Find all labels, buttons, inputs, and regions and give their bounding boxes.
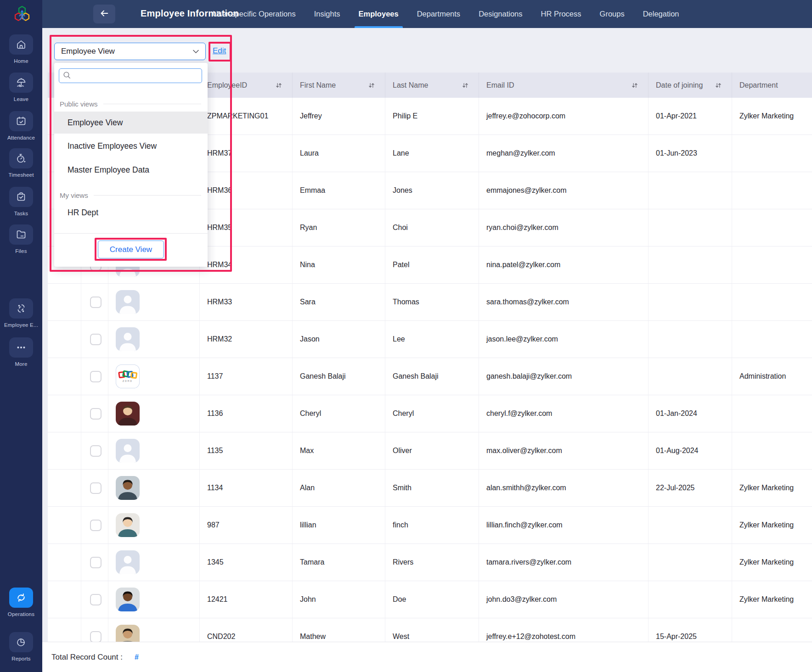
view-selector-dropdown[interactable]: Employee View — [54, 43, 206, 60]
view-search-box — [59, 68, 202, 83]
tab-groups[interactable]: Groups — [600, 0, 625, 28]
back-button[interactable] — [93, 5, 115, 23]
sidebar-item-more[interactable]: More — [0, 337, 42, 367]
cell-employee-id: HRM33 — [200, 284, 293, 320]
tab-user-specific-operations[interactable]: User-specific Operations — [213, 0, 296, 28]
tab-delegation[interactable]: Delegation — [643, 0, 679, 28]
svg-text:ZOHO: ZOHO — [123, 380, 133, 382]
table-row[interactable]: 987 lillian finch lillian.finch@zylker.c… — [48, 507, 812, 544]
table-row[interactable]: ZOHO 1137 Ganesh Balaji Ganesh Balaji ga… — [48, 358, 812, 395]
view-option-hr-dept[interactable]: HR Dept — [54, 202, 208, 224]
view-option-inactive-employees-view[interactable]: Inactive Employees View — [54, 135, 208, 157]
row-checkbox[interactable] — [90, 334, 102, 345]
view-search-input[interactable] — [74, 70, 198, 82]
table-row[interactable]: 1134 Alan Smith alan.smithh@zylker.com 2… — [48, 470, 812, 507]
view-option-master-employee-data[interactable]: Master Employee Data — [54, 159, 208, 181]
sidebar-item-label: More — [0, 361, 42, 367]
total-record-count-value[interactable]: # — [135, 653, 139, 661]
cell-date-of-joining — [648, 581, 732, 618]
engagement-qr-icon — [9, 298, 33, 319]
cell-date-of-joining — [648, 544, 732, 581]
row-checkbox[interactable] — [90, 631, 102, 642]
row-checkbox[interactable] — [90, 482, 102, 494]
column-header-department[interactable]: Department — [732, 73, 812, 98]
tab-hr-process[interactable]: HR Process — [541, 0, 581, 28]
cell-select — [81, 284, 108, 320]
sidebar-item-files[interactable]: Files — [0, 224, 42, 254]
cell-last-name: Lee — [385, 321, 479, 358]
column-header-label: Last Name — [393, 81, 428, 90]
cell-department — [732, 172, 812, 209]
column-header-label: EmployeeID — [207, 81, 247, 90]
row-checkbox[interactable] — [90, 445, 102, 457]
row-checkbox[interactable] — [90, 557, 102, 568]
column-header-date-of-joining[interactable]: Date of joining — [648, 73, 732, 98]
cell-last-name: Patel — [385, 246, 479, 283]
cell-email-id: max.oliver@zylker.com — [479, 432, 648, 469]
column-header-employee-id[interactable]: EmployeeID — [200, 73, 293, 98]
employee-avatar — [116, 439, 140, 463]
cell-department: Zylker Marketing — [732, 581, 812, 618]
cell-first-name: Cheryl — [293, 395, 385, 432]
sidebar-item-tasks[interactable]: Tasks — [0, 187, 42, 216]
cell-employee-id: HRM32 — [200, 321, 293, 358]
sidebar-item-attendance[interactable]: Attendance — [0, 111, 42, 140]
left-arrow-icon — [99, 8, 109, 20]
sidebar-item-label: Home — [0, 58, 42, 64]
table-row[interactable]: 1135 Max Oliver max.oliver@zylker.com 01… — [48, 432, 812, 470]
cell-date-of-joining: 15-Apr-2025 — [648, 618, 732, 642]
cell-gutter — [48, 321, 81, 358]
cell-date-of-joining — [648, 246, 732, 283]
edit-view-link[interactable]: Edit — [213, 46, 226, 56]
cell-date-of-joining — [648, 284, 732, 320]
cell-employee-id: HRM34 — [200, 246, 293, 283]
row-checkbox[interactable] — [90, 408, 102, 420]
employee-avatar — [116, 550, 140, 574]
sidebar-item-timesheet[interactable]: Timesheet — [0, 148, 42, 178]
cell-select — [81, 321, 108, 358]
tab-insights[interactable]: Insights — [314, 0, 340, 28]
my-views-label: My views — [60, 191, 88, 199]
sidebar-item-leave[interactable]: Leave — [0, 73, 42, 102]
cell-email-id: meghan@zylker.com — [479, 135, 648, 172]
row-checkbox[interactable] — [90, 371, 102, 382]
row-checkbox[interactable] — [90, 594, 102, 605]
tab-designations[interactable]: Designations — [479, 0, 522, 28]
table-row[interactable]: 1345 Tamara Rivers tamara.rivers@zylker.… — [48, 544, 812, 581]
row-checkbox[interactable] — [90, 520, 102, 531]
create-view-button[interactable]: Create View — [98, 241, 164, 258]
cell-employee-id: CND202 — [200, 618, 293, 642]
sidebar-item-reports[interactable]: Reports — [0, 632, 42, 661]
cell-gutter — [48, 284, 81, 320]
sidebar-item-label: Files — [0, 248, 42, 254]
table-row[interactable]: 1136 Cheryl Cheryl cheryl.f@zylker.com 0… — [48, 395, 812, 432]
cell-first-name: Alan — [293, 470, 385, 506]
cell-select — [81, 581, 108, 618]
sort-icon — [458, 82, 468, 89]
table-row[interactable]: CND202 Mathew West jeffrey.e+12@zohotest… — [48, 618, 812, 642]
public-views-section: Public views — [60, 99, 201, 108]
cell-date-of-joining — [648, 507, 732, 543]
column-header-last-name[interactable]: Last Name — [385, 73, 479, 98]
cell-select — [81, 618, 108, 642]
cell-photo — [108, 321, 200, 358]
column-header-email-id[interactable]: Email ID — [479, 73, 648, 98]
table-row[interactable]: HRM32 Jason Lee jason.lee@zylker.com — [48, 321, 812, 358]
column-header-first-name[interactable]: First Name — [293, 73, 385, 98]
cell-email-id: cheryl.f@zylker.com — [479, 395, 648, 432]
cell-employee-id: 12421 — [200, 581, 293, 618]
tab-departments[interactable]: Departments — [417, 0, 460, 28]
row-checkbox[interactable] — [90, 297, 102, 308]
table-row[interactable]: HRM33 Sara Thomas sara.thomas@zylker.com — [48, 284, 812, 321]
sidebar-item-operations[interactable]: Operations — [0, 588, 42, 617]
table-row[interactable]: 12421 John Doe john.do3@zylker.com Zylke… — [48, 581, 812, 618]
view-option-employee-view[interactable]: Employee View — [54, 112, 208, 134]
chevron-down-icon — [193, 50, 199, 54]
cell-first-name: Emmaa — [293, 172, 385, 209]
sidebar-item-home[interactable]: Home — [0, 34, 42, 64]
sidebar-item-employee-engagement[interactable]: Employee E... — [0, 298, 42, 328]
panel-divider — [54, 233, 208, 234]
cell-employee-id: ZPMARKETING01 — [200, 98, 293, 134]
zoho-people-logo-icon[interactable] — [12, 5, 32, 25]
tab-employees[interactable]: Employees — [359, 0, 399, 28]
